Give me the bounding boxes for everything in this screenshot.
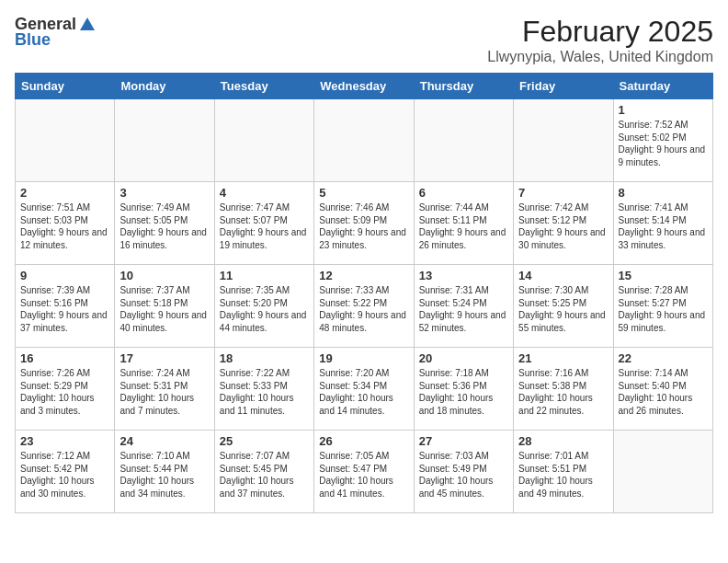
day-number: 27 — [419, 434, 508, 448]
calendar-week-row: 9Sunrise: 7:39 AM Sunset: 5:16 PM Daylig… — [16, 265, 713, 348]
day-info: Sunrise: 7:14 AM Sunset: 5:40 PM Dayligh… — [619, 367, 708, 417]
day-info: Sunrise: 7:42 AM Sunset: 5:12 PM Dayligh… — [518, 201, 608, 251]
day-info: Sunrise: 7:05 AM Sunset: 5:47 PM Dayligh… — [319, 450, 408, 500]
calendar-cell: 6Sunrise: 7:44 AM Sunset: 5:11 PM Daylig… — [414, 182, 513, 265]
calendar-cell: 22Sunrise: 7:14 AM Sunset: 5:40 PM Dayli… — [613, 348, 712, 431]
day-info: Sunrise: 7:01 AM Sunset: 5:51 PM Dayligh… — [518, 450, 608, 500]
day-number: 21 — [518, 351, 608, 365]
day-info: Sunrise: 7:24 AM Sunset: 5:31 PM Dayligh… — [119, 367, 209, 417]
day-info: Sunrise: 7:44 AM Sunset: 5:11 PM Dayligh… — [419, 201, 508, 251]
svg-marker-0 — [80, 17, 95, 30]
day-info: Sunrise: 7:12 AM Sunset: 5:42 PM Dayligh… — [20, 450, 109, 500]
calendar-cell — [115, 99, 214, 182]
day-number: 6 — [419, 186, 508, 200]
day-info: Sunrise: 7:30 AM Sunset: 5:25 PM Dayligh… — [518, 284, 608, 334]
column-header-saturday: Saturday — [613, 74, 712, 99]
calendar-cell: 23Sunrise: 7:12 AM Sunset: 5:42 PM Dayli… — [16, 431, 115, 513]
calendar-cell: 11Sunrise: 7:35 AM Sunset: 5:20 PM Dayli… — [214, 265, 313, 348]
calendar-cell — [613, 431, 712, 513]
day-number: 22 — [619, 351, 708, 365]
calendar-cell: 4Sunrise: 7:47 AM Sunset: 5:07 PM Daylig… — [214, 182, 313, 265]
day-info: Sunrise: 7:03 AM Sunset: 5:49 PM Dayligh… — [419, 450, 508, 500]
column-header-monday: Monday — [115, 74, 214, 99]
day-info: Sunrise: 7:31 AM Sunset: 5:24 PM Dayligh… — [419, 284, 508, 334]
calendar-cell: 18Sunrise: 7:22 AM Sunset: 5:33 PM Dayli… — [214, 348, 313, 431]
calendar-cell: 26Sunrise: 7:05 AM Sunset: 5:47 PM Dayli… — [314, 431, 414, 513]
calendar-cell — [414, 99, 513, 182]
logo: General Blue — [15, 15, 97, 50]
calendar-cell: 17Sunrise: 7:24 AM Sunset: 5:31 PM Dayli… — [115, 348, 214, 431]
day-number: 7 — [518, 186, 608, 200]
calendar-week-row: 2Sunrise: 7:51 AM Sunset: 5:03 PM Daylig… — [16, 182, 713, 265]
calendar-cell: 2Sunrise: 7:51 AM Sunset: 5:03 PM Daylig… — [16, 182, 115, 265]
calendar-cell: 7Sunrise: 7:42 AM Sunset: 5:12 PM Daylig… — [514, 182, 613, 265]
calendar-cell: 14Sunrise: 7:30 AM Sunset: 5:25 PM Dayli… — [514, 265, 613, 348]
day-number: 3 — [119, 186, 209, 200]
calendar-cell: 28Sunrise: 7:01 AM Sunset: 5:51 PM Dayli… — [514, 431, 613, 513]
column-header-thursday: Thursday — [414, 74, 513, 99]
day-info: Sunrise: 7:49 AM Sunset: 5:05 PM Dayligh… — [119, 201, 209, 251]
calendar-week-row: 16Sunrise: 7:26 AM Sunset: 5:29 PM Dayli… — [16, 348, 713, 431]
day-number: 10 — [119, 269, 209, 282]
day-number: 4 — [220, 186, 309, 200]
day-info: Sunrise: 7:37 AM Sunset: 5:18 PM Dayligh… — [119, 284, 209, 334]
calendar-cell: 1Sunrise: 7:52 AM Sunset: 5:02 PM Daylig… — [613, 99, 712, 182]
day-info: Sunrise: 7:52 AM Sunset: 5:02 PM Dayligh… — [619, 119, 708, 168]
column-header-sunday: Sunday — [16, 74, 115, 99]
calendar-cell: 10Sunrise: 7:37 AM Sunset: 5:18 PM Dayli… — [115, 265, 214, 348]
logo-icon — [78, 16, 97, 34]
calendar-cell: 24Sunrise: 7:10 AM Sunset: 5:44 PM Dayli… — [115, 431, 214, 513]
day-info: Sunrise: 7:33 AM Sunset: 5:22 PM Dayligh… — [319, 284, 408, 334]
column-header-wednesday: Wednesday — [314, 74, 414, 99]
calendar-table: SundayMondayTuesdayWednesdayThursdayFrid… — [15, 73, 713, 513]
column-header-friday: Friday — [514, 74, 613, 99]
day-number: 26 — [319, 434, 408, 448]
day-number: 13 — [419, 269, 508, 282]
day-info: Sunrise: 7:22 AM Sunset: 5:33 PM Dayligh… — [220, 367, 309, 417]
calendar-cell: 12Sunrise: 7:33 AM Sunset: 5:22 PM Dayli… — [314, 265, 414, 348]
calendar-cell: 21Sunrise: 7:16 AM Sunset: 5:38 PM Dayli… — [514, 348, 613, 431]
day-number: 9 — [20, 269, 109, 282]
day-number: 28 — [518, 434, 608, 448]
calendar-cell: 3Sunrise: 7:49 AM Sunset: 5:05 PM Daylig… — [115, 182, 214, 265]
day-info: Sunrise: 7:26 AM Sunset: 5:29 PM Dayligh… — [20, 367, 109, 417]
title-area: February 2025 Llwynypia, Wales, United K… — [487, 15, 713, 65]
day-number: 2 — [20, 186, 109, 200]
day-number: 24 — [119, 434, 209, 448]
calendar-cell: 9Sunrise: 7:39 AM Sunset: 5:16 PM Daylig… — [16, 265, 115, 348]
calendar-week-row: 23Sunrise: 7:12 AM Sunset: 5:42 PM Dayli… — [16, 431, 713, 513]
day-info: Sunrise: 7:20 AM Sunset: 5:34 PM Dayligh… — [319, 367, 408, 417]
day-number: 5 — [319, 186, 408, 200]
day-number: 8 — [619, 186, 708, 200]
calendar-cell — [214, 99, 313, 182]
calendar-cell — [514, 99, 613, 182]
day-info: Sunrise: 7:28 AM Sunset: 5:27 PM Dayligh… — [619, 284, 708, 334]
day-number: 12 — [319, 269, 408, 282]
day-number: 15 — [619, 269, 708, 282]
day-number: 25 — [220, 434, 309, 448]
day-info: Sunrise: 7:39 AM Sunset: 5:16 PM Dayligh… — [20, 284, 109, 334]
calendar-cell — [16, 99, 115, 182]
day-info: Sunrise: 7:18 AM Sunset: 5:36 PM Dayligh… — [419, 367, 508, 417]
day-info: Sunrise: 7:07 AM Sunset: 5:45 PM Dayligh… — [220, 450, 309, 500]
day-info: Sunrise: 7:10 AM Sunset: 5:44 PM Dayligh… — [119, 450, 209, 500]
calendar-cell: 20Sunrise: 7:18 AM Sunset: 5:36 PM Dayli… — [414, 348, 513, 431]
calendar-cell: 15Sunrise: 7:28 AM Sunset: 5:27 PM Dayli… — [613, 265, 712, 348]
day-number: 11 — [220, 269, 309, 282]
day-number: 19 — [319, 351, 408, 365]
calendar-title: February 2025 — [487, 15, 713, 49]
day-number: 17 — [119, 351, 209, 365]
calendar-subtitle: Llwynypia, Wales, United Kingdom — [487, 49, 713, 65]
calendar-cell: 5Sunrise: 7:46 AM Sunset: 5:09 PM Daylig… — [314, 182, 414, 265]
day-number: 18 — [220, 351, 309, 365]
day-number: 23 — [20, 434, 109, 448]
day-number: 1 — [619, 103, 708, 117]
column-header-tuesday: Tuesday — [214, 74, 313, 99]
day-number: 20 — [419, 351, 508, 365]
day-info: Sunrise: 7:46 AM Sunset: 5:09 PM Dayligh… — [319, 201, 408, 251]
day-number: 14 — [518, 269, 608, 282]
day-info: Sunrise: 7:51 AM Sunset: 5:03 PM Dayligh… — [20, 201, 109, 251]
calendar-header-row: SundayMondayTuesdayWednesdayThursdayFrid… — [16, 74, 713, 99]
day-info: Sunrise: 7:41 AM Sunset: 5:14 PM Dayligh… — [619, 201, 708, 251]
day-info: Sunrise: 7:47 AM Sunset: 5:07 PM Dayligh… — [220, 201, 309, 251]
